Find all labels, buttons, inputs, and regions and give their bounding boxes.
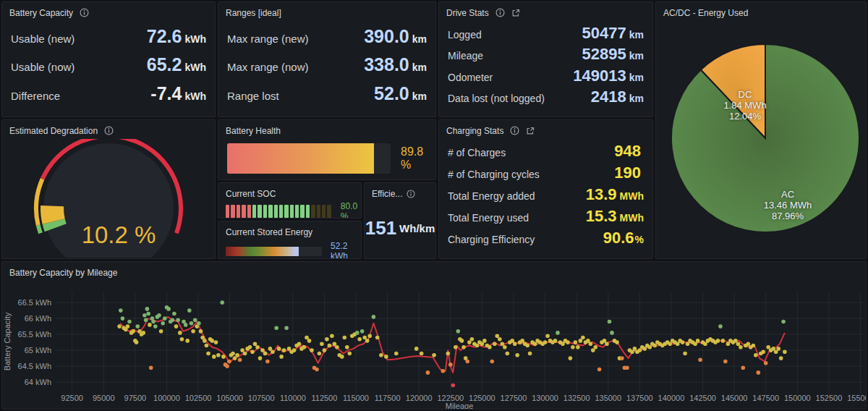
panel-efficiency[interactable]: Efficie... 151 Wh/km — [364, 182, 436, 259]
soc-segment — [258, 205, 261, 218]
stat-row: Difference -7.4kWh — [11, 83, 206, 104]
stored-energy-bar — [226, 247, 322, 256]
info-icon[interactable] — [80, 8, 89, 17]
info-icon[interactable] — [510, 126, 519, 135]
panel-title: Drive Stats — [446, 8, 489, 18]
soc-value: 80.0 % — [341, 201, 357, 219]
panel-battery-capacity[interactable]: Battery Capacity Usable (new) 72.6kWh Us… — [1, 1, 216, 117]
soc-segment — [290, 205, 294, 218]
panel-drive-stats[interactable]: Drive Stats Logged 50477km Mileage 52895… — [438, 1, 653, 117]
info-icon[interactable] — [104, 126, 114, 135]
stat-label: Range lost — [227, 90, 279, 102]
stat-row: Range lost 52.0km — [227, 83, 427, 104]
svg-text:95000: 95000 — [93, 394, 115, 402]
external-link-icon[interactable] — [511, 9, 520, 17]
stat-label: Data lost (not logged) — [448, 93, 545, 104]
info-icon[interactable] — [495, 8, 505, 17]
external-link-icon[interactable] — [526, 127, 535, 135]
panel-header[interactable]: Drive Stats — [439, 2, 652, 21]
stat-label: Max range (now) — [227, 61, 309, 73]
stat-value: 338.0km — [364, 54, 427, 75]
dashboard: Battery Capacity Usable (new) 72.6kWh Us… — [0, 0, 868, 411]
stat-label: Mileage — [448, 50, 483, 62]
panel-stored-energy[interactable]: Current Stored Energy 52.2 kWh — [218, 221, 362, 259]
svg-text:152500: 152500 — [816, 394, 843, 402]
panel-degradation[interactable]: Estimated Degradation 10.2 % — [1, 119, 216, 259]
panel-battery-health[interactable]: Battery Health 89.8 % — [218, 119, 436, 180]
stat-label: Usable (now) — [11, 61, 75, 73]
panel-header[interactable]: Ranges [ideal] — [218, 2, 435, 21]
stat-label: Charging Efficiency — [448, 234, 535, 245]
panel-title: Battery Capacity — [9, 8, 73, 18]
stat-row: # of Charging cycles 190 — [448, 164, 644, 182]
stat-label: Usable (new) — [11, 33, 75, 45]
panel-header[interactable]: Charging Stats — [439, 120, 652, 139]
svg-text:120000: 120000 — [406, 394, 433, 402]
svg-text:65 kWh: 65 kWh — [25, 346, 51, 355]
panel-title: Charging Stats — [446, 126, 503, 136]
stat-value: 65.2kWh — [147, 54, 206, 75]
stored-energy-fill — [226, 247, 299, 256]
soc-segment — [284, 205, 288, 218]
stat-label: # of Charging cycles — [448, 169, 540, 180]
stat-label: Difference — [11, 90, 60, 102]
soc-segment — [311, 205, 315, 218]
svg-text:130000: 130000 — [532, 394, 558, 402]
panel-current-soc[interactable]: Current SOC 80.0 % — [218, 182, 362, 219]
panel-header[interactable]: Battery Capacity — [2, 2, 215, 21]
panel-title: Battery Health — [226, 126, 281, 136]
svg-text:102500: 102500 — [185, 394, 212, 402]
svg-text:66.5 kWh: 66.5 kWh — [18, 298, 51, 307]
panel-title: Current SOC — [226, 189, 276, 199]
soc-segment — [226, 205, 229, 218]
svg-text:117500: 117500 — [375, 394, 401, 402]
pie-slice-ac[interactable] — [671, 44, 859, 232]
svg-text:137500: 137500 — [626, 394, 653, 402]
stat-row: Usable (now) 65.2kWh — [11, 54, 206, 75]
panel-capacity-by-mileage[interactable]: Battery Capacity by Mileage 66.5 kWh66 k… — [1, 261, 867, 410]
info-icon[interactable] — [407, 190, 415, 198]
stat-row: Logged 50477km — [448, 24, 644, 43]
stat-value: 149013km — [573, 67, 644, 85]
stat-value: 2418km — [591, 88, 644, 106]
stat-row: Max range (now) 338.0km — [227, 54, 427, 75]
stat-value: 948 — [614, 142, 644, 161]
svg-text:107500: 107500 — [248, 394, 275, 402]
soc-segment — [274, 205, 278, 218]
stat-value: 52.0km — [374, 83, 427, 104]
svg-text:66 kWh: 66 kWh — [25, 314, 51, 323]
panel-header[interactable]: AC/DC - Energy Used — [656, 2, 866, 21]
stat-label: Total Energy used — [448, 212, 529, 224]
panel-header[interactable]: Battery Capacity by Mileage — [2, 262, 866, 281]
svg-text:65.5 kWh: 65.5 kWh — [18, 330, 51, 339]
svg-text:100000: 100000 — [153, 394, 180, 402]
battery-health-bar — [227, 143, 391, 174]
efficiency-value: 151 — [365, 217, 396, 240]
panel-header[interactable]: Battery Health — [218, 120, 435, 139]
panel-acdc-energy[interactable]: AC/DC - Energy Used DC 1.84 MWh 12.04% A… — [655, 1, 867, 259]
svg-text:142500: 142500 — [689, 394, 716, 402]
stat-label: # of Charges — [448, 147, 506, 158]
stat-row: Data lost (not logged) 2418km — [448, 88, 644, 106]
gauge-value: 10.2 % — [82, 221, 156, 248]
stat-label: Odometer — [448, 72, 493, 83]
soc-segment — [317, 205, 320, 218]
soc-segment — [263, 205, 267, 218]
svg-text:112500: 112500 — [311, 394, 337, 402]
panel-header[interactable]: Efficie... — [365, 183, 435, 202]
soc-segment — [237, 205, 240, 218]
stat-label: Max range (new) — [227, 33, 309, 45]
panel-header[interactable]: Estimated Degradation — [2, 120, 215, 139]
stat-row: Charging Efficiency 90.6% — [448, 229, 644, 247]
panel-title: Efficie... — [372, 189, 402, 199]
panel-ranges[interactable]: Ranges [ideal] Max range (new) 390.0km M… — [218, 1, 436, 117]
capacity-mileage-chart[interactable]: 66.5 kWh66 kWh65.5 kWh65 kWh64.5 kWh64 k… — [2, 281, 866, 410]
stat-value: 13.9MWh — [586, 185, 644, 204]
stat-value: 52895km — [582, 45, 644, 64]
panel-header[interactable]: Current SOC — [218, 183, 361, 199]
panel-header[interactable]: Current Stored Energy — [218, 221, 361, 237]
efficiency-unit: Wh/km — [399, 222, 435, 234]
scatter-points — [117, 300, 786, 387]
panel-charging-stats[interactable]: Charging Stats # of Charges 948 # of Cha… — [438, 119, 653, 259]
acdc-pie-chart[interactable] — [656, 21, 866, 257]
